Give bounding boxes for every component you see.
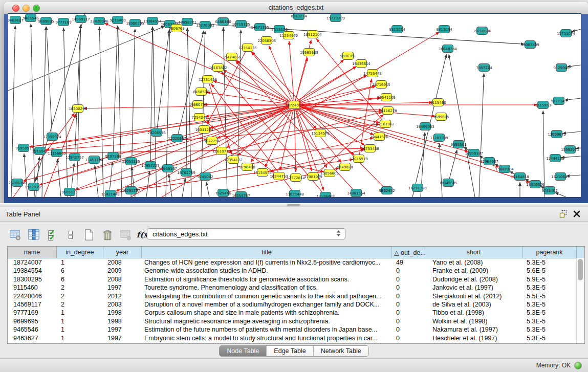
graph-edge[interactable] (564, 98, 581, 100)
graph-node[interactable]: 15134575 (253, 169, 272, 177)
graph-node[interactable]: 15723209 (326, 14, 345, 22)
graph-node[interactable]: 18300295 (69, 105, 87, 113)
graph-node[interactable]: 9790498 (239, 163, 255, 171)
tab-edge-table[interactable]: Edge Table (266, 346, 313, 356)
graph-node[interactable]: 14569117 (72, 15, 90, 23)
graph-node[interactable]: 8163274 (291, 14, 307, 20)
graph-node[interactable]: 7254246 (191, 114, 208, 121)
graph-edge[interactable] (24, 154, 28, 197)
table-row[interactable]: 1830029562008Estimation of significance … (8, 275, 584, 283)
graph-node[interactable]: 9249828 (337, 163, 353, 171)
tab-network-table[interactable]: Network Table (313, 346, 368, 356)
graph-edge[interactable] (169, 174, 172, 197)
row-height-icon[interactable] (63, 228, 77, 242)
graph-node[interactable]: 12942757 (66, 154, 84, 161)
table-vertical-scrollbar[interactable] (576, 258, 584, 343)
graph-node[interactable]: 16782759 (177, 169, 195, 177)
table-row[interactable]: 946362711997Embryonic stem cells: a mode… (8, 334, 584, 342)
graph-node[interactable]: 15829195 (25, 183, 43, 191)
graph-edge[interactable] (555, 192, 566, 197)
graph-edge[interactable] (75, 25, 80, 153)
graph-edge[interactable] (182, 178, 185, 197)
graph-node[interactable]: 16210643 (551, 173, 570, 181)
graph-node[interactable]: 16291798 (408, 184, 427, 192)
graph-node[interactable]: 12751458 (199, 76, 217, 83)
graph-edge[interactable] (131, 29, 135, 197)
graph-edge[interactable] (42, 27, 46, 197)
graph-node[interactable]: 9806381 (340, 52, 356, 60)
graph-node[interactable]: 12161962 (376, 120, 395, 128)
table-row[interactable]: 1938455462009Genome-wide association stu… (8, 267, 584, 275)
network-graph[interactable]: 9463627946554696996959777169145691172242… (8, 14, 581, 197)
graph-node[interactable]: 14961554 (347, 189, 365, 197)
graph-edge[interactable] (118, 26, 122, 197)
graph-node[interactable]: 15276093 (196, 21, 214, 29)
graph-node[interactable]: 16083809 (521, 41, 539, 49)
graph-edge[interactable] (298, 75, 367, 103)
graph-node[interactable]: 9195051 (15, 144, 31, 152)
graph-edge[interactable] (29, 105, 290, 147)
graph-node[interactable]: 9892452 (379, 187, 395, 194)
delete-trash-icon[interactable] (100, 228, 114, 242)
table-row[interactable]: 1872400712008Changes of HCN gene express… (8, 258, 584, 267)
graph-node[interactable]: 11021448 (286, 190, 304, 198)
graph-node[interactable]: 16436614 (352, 60, 371, 68)
graph-node[interactable]: 19565683 (300, 49, 318, 56)
table-row[interactable]: 977716911998Corpus callosum shape and si… (8, 309, 584, 317)
column-header-pagerank[interactable]: pagerank (522, 247, 577, 258)
graph-edge[interactable] (47, 27, 52, 133)
graph-node[interactable]: 15751074 (557, 30, 575, 37)
graph-node[interactable]: 12126469 (316, 192, 335, 198)
graph-node[interactable]: 19860731 (189, 101, 207, 108)
tab-node-table[interactable]: Node Table (220, 346, 266, 356)
graph-node[interactable]: 12444158 (546, 155, 564, 162)
table-row[interactable]: 2242004622012Investigating the contribut… (8, 292, 584, 300)
float-panel-icon[interactable] (559, 210, 568, 218)
graph-node[interactable]: 16648784 (439, 45, 457, 53)
graph-node[interactable]: 15474056 (223, 53, 241, 61)
graph-node[interactable]: 9197588 (105, 152, 121, 160)
close-panel-icon[interactable] (573, 210, 581, 218)
graph-edge[interactable] (11, 26, 15, 197)
column-header-name[interactable]: name (8, 247, 57, 258)
graph-node[interactable]: 10541109 (377, 94, 396, 101)
table-row[interactable]: 1456911722003Disruption of a novel membe… (8, 300, 584, 309)
divider-grip[interactable] (287, 204, 300, 206)
graph-edge[interactable] (440, 143, 442, 197)
graph-edge[interactable] (449, 54, 475, 197)
graph-node[interactable]: 15992971 (561, 146, 579, 154)
graph-node[interactable]: 15134576 (311, 129, 330, 137)
graph-node[interactable]: 16409953 (416, 123, 434, 130)
graph-node[interactable]: 7625446 (215, 189, 231, 197)
graph-node[interactable]: 16344753 (270, 172, 288, 180)
graph-node[interactable]: 12964907 (480, 158, 498, 165)
graph-edge[interactable] (206, 182, 209, 197)
column-header-year[interactable]: year (103, 247, 142, 258)
graph-node[interactable]: 17359924 (43, 133, 61, 141)
table-selector-dropdown[interactable]: citations_edges.txt (147, 228, 345, 239)
column-header-in_degree[interactable]: in_degree (57, 247, 103, 258)
graph-node[interactable]: 9129946 (553, 64, 570, 72)
graph-edge[interactable] (289, 41, 294, 101)
select-rows-check-icon[interactable] (45, 228, 59, 242)
graph-node[interactable]: 12754135 (238, 44, 257, 52)
graph-edge[interactable] (294, 109, 296, 172)
graph-edge[interactable] (298, 106, 499, 167)
graph-edge[interactable] (150, 27, 153, 161)
graph-node[interactable]: 17354122 (224, 156, 243, 164)
network-window-titlebar[interactable]: citations_edges.txt (4, 2, 588, 14)
graph-node[interactable]: 12015979 (350, 155, 368, 163)
table-row[interactable]: 946554611997Estimation of the future num… (8, 325, 584, 334)
graph-node[interactable]: 16116278 (379, 107, 397, 115)
table-row[interactable]: 969969511998Structural magnetic resonanc… (8, 317, 584, 325)
graph-edge[interactable] (153, 27, 157, 197)
graph-edge[interactable] (75, 106, 290, 190)
graph-node[interactable]: 12372814 (287, 174, 305, 182)
graph-edge[interactable] (479, 73, 484, 197)
table-row[interactable]: 911546021997Tourette syndrome. Phenomeno… (8, 283, 584, 292)
select-column-icon[interactable] (27, 228, 40, 242)
graph-node[interactable]: 9215953 (535, 101, 551, 109)
graph-node[interactable]: 7857224 (476, 64, 492, 72)
graph-node[interactable]: 9463627 (8, 16, 24, 24)
graph-edge[interactable] (204, 104, 290, 105)
